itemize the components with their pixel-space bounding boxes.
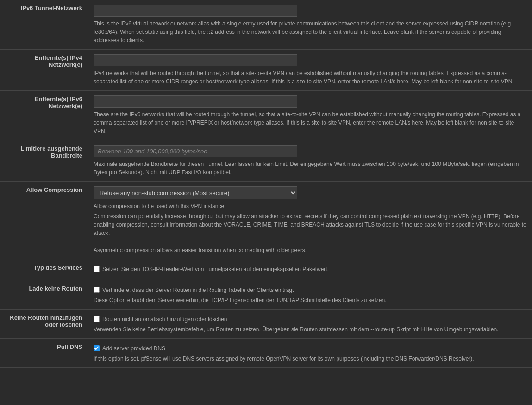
label-typ-services: Typ des Services: [0, 259, 88, 280]
content-remote-ipv6: These are the IPv6 networks that will be…: [88, 91, 532, 140]
desc-line-allow-compression: Allow compression to be used with this V…: [94, 202, 526, 210]
input-ipv6-tunnel[interactable]: [94, 5, 297, 17]
content-typ-services: Setzen Sie den TOS-IP-Header-Wert von Tu…: [88, 259, 532, 280]
desc-remote-ipv6: These are the IPv6 networks that will be…: [94, 110, 526, 135]
label-lade-keine-routen: Lade keine Routen: [0, 280, 88, 310]
checkbox-label-typ-services: Setzen Sie den TOS-IP-Header-Wert von Tu…: [102, 265, 329, 273]
label-ipv6-tunnel: IPv6 Tunnel-Netzwerk: [0, 0, 88, 50]
content-remote-ipv4: IPv4 networks that will be routed throug…: [88, 50, 532, 91]
desc-keine-routen: Verwenden Sie keine Betriebssystembefehl…: [94, 325, 526, 334]
select-allow-compression[interactable]: Refuse any non-stub compression (Most se…: [94, 186, 297, 199]
desc-remote-ipv4: IPv4 networks that will be routed throug…: [94, 69, 526, 86]
checkbox-label-keine-routen: Routen nicht automatisch hinzufügen oder…: [102, 315, 227, 323]
label-remote-ipv4: Entfernte(s) IPv4 Netzwerk(e): [0, 50, 88, 91]
content-bandwidth-limit: Maximale ausgehende Bandbreite für diese…: [88, 140, 532, 182]
desc-bandwidth-limit: Maximale ausgehende Bandbreite für diese…: [94, 160, 526, 177]
desc-line-allow-compression: Asymmetric compression allows an easier …: [94, 246, 526, 254]
desc-ipv6-tunnel: This is the IPv6 virtual network or netw…: [94, 19, 526, 44]
settings-table: IPv6 Tunnel-NetzwerkThis is the IPv6 vir…: [0, 0, 532, 368]
input-remote-ipv4[interactable]: [94, 54, 297, 66]
label-pull-dns: Pull DNS: [0, 339, 88, 368]
content-lade-keine-routen: Verhindere, dass der Server Routen in di…: [88, 280, 532, 310]
content-pull-dns: Add server provided DNSIf this option is…: [88, 339, 532, 368]
content-ipv6-tunnel: This is the IPv6 virtual network or netw…: [88, 0, 532, 50]
label-keine-routen: Keine Routen hinzufügen oder löschen: [0, 310, 88, 339]
desc-pull-dns: If this option is set, pfSense will use …: [94, 354, 526, 363]
label-allow-compression: Allow Compression: [0, 182, 88, 259]
content-keine-routen: Routen nicht automatisch hinzufügen oder…: [88, 310, 532, 339]
checkbox-keine-routen[interactable]: [94, 316, 100, 322]
checkbox-typ-services[interactable]: [94, 266, 100, 272]
label-bandwidth-limit: Limitiere ausgehende Bandbreite: [0, 140, 88, 182]
input-bandwidth-limit[interactable]: [94, 145, 297, 157]
content-allow-compression: Refuse any non-stub compression (Most se…: [88, 182, 532, 259]
desc-lade-keine-routen: Diese Option erlaubt dem Server weiterhi…: [94, 296, 526, 304]
checkbox-lade-keine-routen[interactable]: [94, 287, 100, 293]
checkbox-label-lade-keine-routen: Verhindere, dass der Server Routen in di…: [102, 286, 294, 294]
checkbox-label-pull-dns: Add server provided DNS: [102, 344, 165, 353]
label-remote-ipv6: Entfernte(s) IPv6 Netzwerk(e): [0, 91, 88, 140]
input-remote-ipv6[interactable]: [94, 95, 297, 108]
desc-line-allow-compression: Compression can potentially increase thr…: [94, 212, 526, 237]
checkbox-pull-dns[interactable]: [94, 345, 100, 351]
